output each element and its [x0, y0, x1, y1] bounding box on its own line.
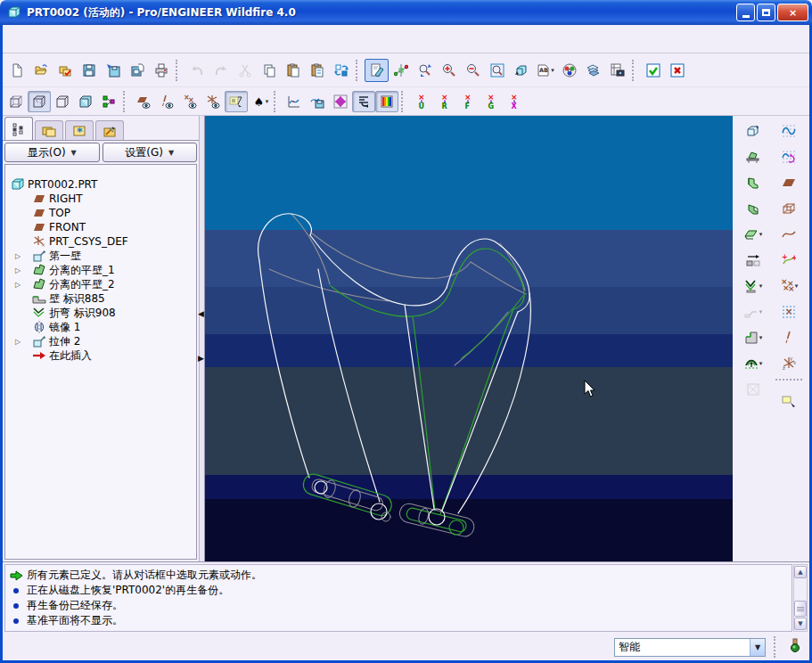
copy-button[interactable]	[257, 59, 281, 82]
mapkey-x-button[interactable]: ×X	[503, 91, 526, 112]
scroll-up-icon[interactable]: ▲	[794, 566, 807, 578]
zoom-out-button[interactable]	[461, 59, 485, 82]
open-session-button[interactable]	[53, 59, 77, 82]
tree-item-separate-flat-wall-1[interactable]: ▷ 分离的平壁_1	[5, 263, 196, 277]
collapse-left-icon[interactable]: ◀	[198, 310, 204, 318]
orient-mode-button[interactable]	[413, 59, 437, 82]
annotation-display-button[interactable]	[225, 91, 248, 112]
dropdown-arrow-icon[interactable]: ▾	[266, 98, 269, 105]
cut-button[interactable]	[233, 59, 257, 82]
mapkey-u-button[interactable]: ×U	[410, 91, 433, 112]
tree-item-first-wall[interactable]: ▷ 第一壁	[5, 249, 196, 263]
projected-curve-tool[interactable]	[774, 143, 804, 169]
bend-tool[interactable]: ▾	[738, 273, 768, 299]
menu-banner[interactable]	[8, 37, 22, 42]
view-manager-button[interactable]	[605, 59, 629, 82]
selection-filter-dropdown[interactable]: 智能 ▼	[614, 638, 766, 657]
menu-info[interactable]	[94, 37, 108, 42]
settings-menu-button[interactable]: 设置(G)▼	[103, 143, 198, 162]
tree-item-prt-csys-def[interactable]: × PRT_CSYS_DEF	[5, 234, 196, 249]
menu-tools[interactable]	[122, 37, 136, 42]
dropdown-arrow-icon[interactable]: ▾	[759, 334, 763, 341]
shading-button[interactable]	[74, 91, 97, 112]
point-display-button[interactable]: ××	[178, 91, 201, 112]
named-view-list-button[interactable]: AB▾	[533, 59, 557, 82]
expand-icon[interactable]: ▷	[15, 266, 21, 274]
menu-applications[interactable]	[108, 37, 122, 42]
layers-button[interactable]	[581, 59, 605, 82]
extend-wall-tool[interactable]	[738, 247, 768, 273]
saved-analysis-button[interactable]	[306, 91, 329, 112]
menu-analysis[interactable]	[79, 37, 94, 42]
sketched-curve-tool[interactable]	[774, 118, 804, 143]
extrude-wall-tool[interactable]	[738, 118, 768, 143]
title-bar[interactable]: PRT0002 (活动的) - Pro/ENGINEER Wildfire 4.…	[0, 0, 812, 25]
default-orientation-button[interactable]	[509, 59, 533, 82]
accept-button[interactable]	[641, 59, 665, 82]
flange-wall-tool-1[interactable]	[738, 169, 768, 195]
datum-csys-tool[interactable]: xyz	[774, 350, 804, 376]
menu-edit[interactable]	[37, 37, 51, 42]
datum-plane-display-button[interactable]	[132, 91, 155, 112]
tab-favorites[interactable]: *	[65, 120, 94, 140]
save-as-button[interactable]	[101, 59, 125, 82]
paste-button[interactable]	[281, 59, 305, 82]
tree-item-wall-885[interactable]: 壁 标识885	[5, 291, 196, 306]
graphics-viewport[interactable]	[205, 116, 733, 561]
scroll-down-icon[interactable]: ▼	[794, 618, 807, 630]
unbend-tool[interactable]: ▾	[738, 299, 768, 324]
datum-axis-display-button[interactable]	[155, 91, 178, 112]
open-button[interactable]	[29, 59, 53, 82]
tab-model-tree[interactable]	[4, 117, 33, 140]
collapse-right-icon[interactable]: ▶	[198, 355, 204, 363]
print-button[interactable]	[149, 59, 173, 82]
scrollbar-thumb[interactable]	[794, 601, 807, 617]
mapkey-f-button[interactable]: ×F	[456, 91, 480, 112]
repaint-button[interactable]	[365, 59, 389, 82]
refit-button[interactable]	[485, 59, 509, 82]
mapkey-r-button[interactable]: ×R	[433, 91, 456, 112]
first-wall-tool[interactable]	[738, 143, 768, 169]
cancel-button[interactable]	[665, 59, 689, 82]
color-legend-button[interactable]	[375, 91, 398, 112]
corner-relief-tool[interactable]: ▾	[738, 324, 768, 350]
dropdown-arrow-icon[interactable]: ▾	[759, 308, 763, 315]
flange-wall-tool-2[interactable]	[738, 195, 768, 221]
tree-item-separate-flat-wall-2[interactable]: ▷ 分离的平壁_2	[5, 277, 196, 291]
message-scrollbar[interactable]: ▲ ▼	[793, 564, 808, 632]
flat-wall-tool[interactable]: ▾	[738, 221, 768, 247]
dropdown-arrow-icon[interactable]: ▾	[759, 231, 763, 238]
tree-item-front[interactable]: FRONT	[5, 220, 196, 234]
tab-folder-browser[interactable]	[35, 120, 63, 140]
tree-item-mirror-1[interactable]: 镜像 1	[5, 320, 196, 334]
menu-insert[interactable]	[65, 37, 79, 42]
tree-item-top[interactable]: TOP	[5, 206, 196, 220]
analysis-display-button[interactable]	[283, 91, 306, 112]
no-hidden-button[interactable]	[51, 91, 74, 112]
minimize-button[interactable]	[736, 4, 755, 21]
dropdown-arrow-icon[interactable]: ▾	[795, 282, 799, 290]
spin-center-button[interactable]	[389, 59, 413, 82]
datum-plane-tool[interactable]	[774, 169, 804, 195]
tab-connections[interactable]	[95, 120, 124, 140]
sketch-tool[interactable]	[774, 195, 804, 221]
undo-button[interactable]	[185, 59, 209, 82]
appearance-gallery-button[interactable]	[557, 59, 581, 82]
close-button[interactable]: ×	[777, 4, 808, 21]
combo-arrow-icon[interactable]: ▼	[750, 639, 765, 656]
expand-icon[interactable]: ▷	[15, 252, 21, 260]
show-menu-button[interactable]: 显示(O)▼	[4, 143, 100, 162]
curve-through-points-tool[interactable]: ++	[774, 247, 804, 273]
menu-file[interactable]	[22, 37, 37, 42]
expand-icon[interactable]: ▷	[15, 338, 21, 346]
menu-help[interactable]	[151, 37, 165, 42]
restore-button[interactable]	[757, 4, 775, 21]
paste-special-button[interactable]	[305, 59, 329, 82]
tree-item-extrude-2[interactable]: ▷ 拉伸 2	[5, 334, 196, 348]
mesh-display-button[interactable]	[329, 91, 352, 112]
save-copy-button[interactable]	[125, 59, 149, 82]
save-button[interactable]	[77, 59, 101, 82]
menu-emx[interactable]	[165, 37, 179, 42]
flange-tool[interactable]: ▾	[738, 350, 768, 376]
tree-item-right[interactable]: RIGHT	[5, 192, 196, 206]
